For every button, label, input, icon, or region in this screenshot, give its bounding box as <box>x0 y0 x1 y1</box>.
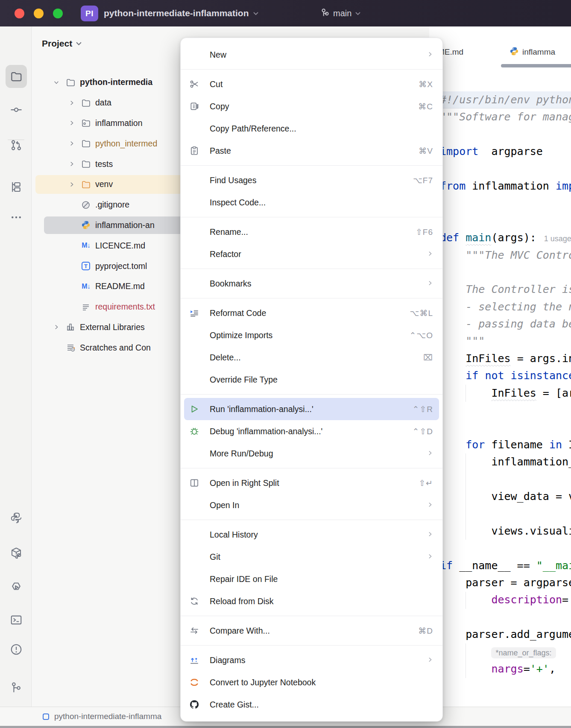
menu-item-label: Compare With... <box>210 626 270 636</box>
menu-item-repair-ide-on-file[interactable]: Repair IDE on File <box>181 568 442 590</box>
menu-item-paste[interactable]: Paste⌘V <box>181 140 442 162</box>
scissors-icon <box>189 79 199 89</box>
code-line <box>429 161 571 178</box>
code-line: - passing data betw <box>429 316 571 333</box>
code-line <box>429 505 571 522</box>
menu-item-reload-from-disk[interactable]: Reload from Disk <box>181 590 442 612</box>
menu-item-open-in-right-split[interactable]: Open in Right Split⇧↵ <box>181 472 442 494</box>
python-icon <box>81 220 91 230</box>
services-tool[interactable] <box>0 576 32 596</box>
project-tool[interactable] <box>0 66 32 87</box>
left-toolbar <box>0 26 32 707</box>
menu-item-copy-path-reference[interactable]: Copy Path/Reference... <box>181 117 442 140</box>
menu-item-cut[interactable]: Cut⌘X <box>181 73 442 95</box>
submenu-icon <box>427 531 433 538</box>
branch-name: main <box>333 9 351 18</box>
submenu-icon <box>427 450 433 456</box>
menu-item-shortcut: ⌥⌘L <box>410 308 433 318</box>
zoom-window-button[interactable] <box>53 9 63 18</box>
editor[interactable]: ME.md inflamma #!/usr/bin/env python"""S… <box>429 26 571 707</box>
menu-separator <box>181 69 442 70</box>
close-window-button[interactable] <box>15 9 24 18</box>
code-line <box>429 402 571 419</box>
version-control-tool[interactable] <box>0 677 32 698</box>
code-line: if __name__ == "__mai <box>429 557 571 574</box>
menu-item-optimize-imports[interactable]: Optimize Imports⌃⌥O <box>181 324 442 346</box>
menu-item-debug-inflammation-analysi[interactable]: Debug 'inflammation-analysi...'⌃⇧D <box>181 420 442 442</box>
stripe-packages-icon <box>10 547 23 559</box>
copy-icon <box>189 101 199 111</box>
more-tools[interactable] <box>0 207 32 228</box>
menu-item-compare-with[interactable]: Compare With...⌘D <box>181 620 442 642</box>
menu-item-open-in[interactable]: Open In <box>181 494 442 516</box>
menu-item-inspect-code[interactable]: Inspect Code... <box>181 191 442 213</box>
code-line: view_data = v <box>429 488 571 505</box>
menu-item-diagrams[interactable]: Diagrams <box>181 649 442 671</box>
folder-icon <box>81 139 91 148</box>
python-packages-tool[interactable] <box>0 543 32 563</box>
reload-icon <box>189 596 199 606</box>
code-line: parser.add_argume <box>429 626 571 643</box>
tree-item-label: External Libraries <box>80 322 145 332</box>
tree-item-label: .gitignore <box>95 200 129 210</box>
menu-item-shortcut: ⇧F6 <box>416 227 433 237</box>
menu-item-label: Convert to Jupyter Notebook <box>210 678 316 687</box>
python-console-tool[interactable] <box>0 508 32 528</box>
code-line: if not isinstance <box>429 367 571 384</box>
menu-item-more-run-debug[interactable]: More Run/Debug <box>181 442 442 465</box>
markdown-icon: M↓ <box>82 242 90 249</box>
chevron-down-icon <box>53 79 59 85</box>
stripe-commit-icon <box>10 103 23 116</box>
problems-tool[interactable] <box>0 639 32 660</box>
submenu-icon <box>427 501 433 508</box>
menu-item-run-inflammation-analysi[interactable]: Run 'inflammation-analysi...'⌃⇧R <box>184 398 439 420</box>
tab-scrollbar[interactable] <box>501 64 571 67</box>
tab-inflammation-analysis[interactable]: inflamma <box>510 46 555 58</box>
branch-switcher[interactable]: main <box>320 0 361 26</box>
menu-item-convert-to-jupyter-notebook[interactable]: Convert to Jupyter Notebook <box>181 671 442 693</box>
tree-item-label: tests <box>95 159 113 169</box>
menu-separator <box>181 468 442 468</box>
pull-requests-tool[interactable] <box>0 135 32 155</box>
menu-item-copy[interactable]: Copy⌘C <box>181 95 442 117</box>
submenu-icon <box>427 656 433 663</box>
menu-item-new[interactable]: New <box>181 44 442 66</box>
menu-item-rename[interactable]: Rename...⇧F6 <box>181 221 442 243</box>
commit-tool[interactable] <box>0 99 32 120</box>
menu-item-delete[interactable]: Delete...⌧ <box>181 346 442 368</box>
code-line: InFiles = [ar <box>429 385 571 402</box>
menu-item-label: Copy Path/Reference... <box>210 124 296 134</box>
menu-item-override-file-type[interactable]: Override File Type <box>181 368 442 391</box>
tree-item-label: Scratches and Con <box>80 343 151 353</box>
code-line: #!/usr/bin/env python <box>429 91 571 108</box>
menu-item-refactor[interactable]: Refactor <box>181 243 442 265</box>
menu-item-bookmarks[interactable]: Bookmarks <box>181 272 442 295</box>
minimize-window-button[interactable] <box>34 9 44 18</box>
folder-source-icon <box>81 118 91 128</box>
project-panel-header[interactable]: Project <box>42 38 82 49</box>
diagrams-icon <box>189 655 199 665</box>
reformat-icon <box>189 308 199 318</box>
chevron-right-icon <box>69 100 75 106</box>
menu-item-git[interactable]: Git <box>181 546 442 568</box>
menu-item-local-history[interactable]: Local History <box>181 523 442 546</box>
python-file-icon <box>510 47 519 58</box>
menu-item-reformat-code[interactable]: Reformat Code⌥⌘L <box>181 302 442 324</box>
menu-item-label: Cut <box>210 79 223 89</box>
code-line: """The MVC Controll <box>429 247 571 264</box>
code-area[interactable]: #!/usr/bin/env python"""Software for man… <box>429 91 571 678</box>
menu-item-shortcut: ⌃⇧R <box>412 404 433 414</box>
code-line: parser = argparse <box>429 574 571 591</box>
project-badge: PI <box>81 6 98 21</box>
menu-item-create-gist[interactable]: Create Gist... <box>181 693 442 716</box>
toml-icon: T <box>82 262 90 270</box>
code-line <box>429 212 571 229</box>
terminal-tool[interactable] <box>0 610 32 630</box>
project-switcher[interactable]: python-intermediate-inflammation <box>104 0 259 26</box>
code-line <box>429 540 571 557</box>
project-name: python-intermediate-inflammation <box>104 8 249 18</box>
structure-tool[interactable] <box>0 177 32 197</box>
paste-icon <box>189 146 199 156</box>
tree-item-label: python_intermed <box>95 139 157 149</box>
menu-item-find-usages[interactable]: Find Usages⌥F7 <box>181 169 442 191</box>
